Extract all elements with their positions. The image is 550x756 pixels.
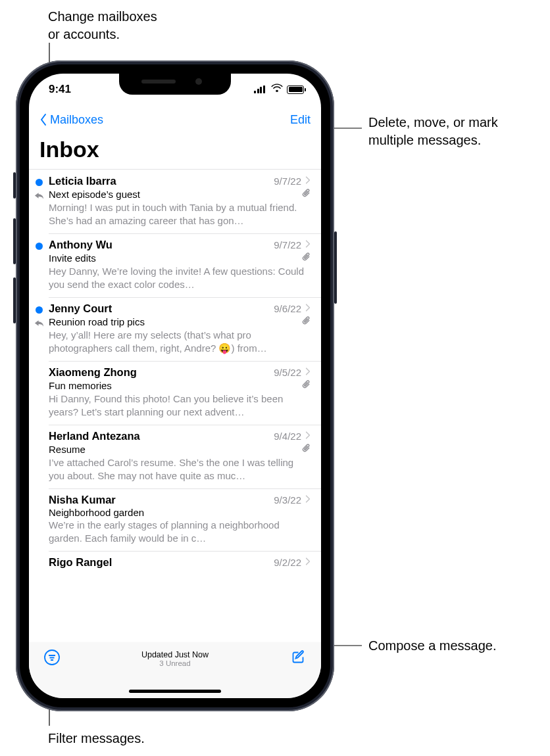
mail-item[interactable]: Xiaomeng Zhong9/5/22Fun memoriesHi Danny…: [29, 361, 321, 425]
sender-name: Herland Antezana: [49, 430, 140, 442]
paperclip-icon: [302, 443, 311, 456]
paperclip-icon: [302, 252, 311, 264]
toolbar-status: Updated Just Now 3 Unread: [141, 650, 209, 667]
bottom-toolbar: Updated Just Now 3 Unread: [29, 642, 321, 698]
unread-dot-icon: [36, 243, 43, 250]
chevron-right-icon: [305, 494, 311, 506]
sender-name: Jenny Court: [49, 302, 112, 315]
mail-date: 9/6/22: [274, 303, 301, 314]
mail-item[interactable]: Rigo Rangel9/2/22: [29, 551, 321, 575]
mail-preview: Hey, y’all! Here are my selects (that’s …: [49, 329, 311, 354]
status-time: 9:41: [49, 83, 71, 96]
sender-name: Nisha Kumar: [49, 494, 116, 506]
paperclip-icon: [302, 316, 311, 328]
paperclip-icon: [302, 379, 311, 392]
mail-date: 9/5/22: [274, 367, 301, 378]
paperclip-icon: [302, 188, 311, 201]
mail-preview: Hi Danny, Found this photo! Can you beli…: [49, 392, 311, 418]
mail-subject: Next episode’s guest: [49, 189, 140, 200]
compose-icon: [289, 649, 307, 666]
callout-compose: Compose a message.: [368, 637, 497, 655]
sender-name: Anthony Wu: [49, 239, 113, 251]
mail-item[interactable]: Jenny Court9/6/22Reunion road trip picsH…: [29, 297, 321, 361]
screen: 9:41 Mailboxes Edit Inbox Leticia Ibarra…: [29, 74, 321, 698]
unread-dot-icon: [36, 179, 43, 186]
filter-button[interactable]: [43, 649, 61, 669]
mail-subject: Invite edits: [49, 252, 96, 264]
chevron-right-icon: [305, 367, 311, 379]
sender-name: Rigo Rangel: [49, 556, 112, 569]
mail-date: 9/7/22: [274, 239, 301, 250]
page-title: Inbox: [29, 134, 321, 169]
callout-filter: Filter messages.: [48, 730, 145, 747]
mail-subject: Resume: [49, 444, 86, 455]
mail-item[interactable]: Leticia Ibarra9/7/22Next episode’s guest…: [29, 170, 321, 233]
chevron-right-icon: [305, 303, 311, 315]
chevron-right-icon: [305, 239, 311, 251]
phone-frame: 9:41 Mailboxes Edit Inbox Leticia Ibarra…: [16, 60, 334, 711]
mail-subject: Neighborhood garden: [49, 507, 144, 518]
compose-button[interactable]: [289, 649, 307, 669]
mail-preview: Morning! I was put in touch with Tania b…: [49, 201, 311, 227]
nav-bar: Mailboxes Edit: [29, 105, 321, 134]
back-label: Mailboxes: [50, 113, 103, 127]
cellular-icon: [254, 85, 267, 93]
filter-icon: [43, 649, 61, 666]
mail-date: 9/7/22: [274, 176, 301, 187]
sender-name: Xiaomeng Zhong: [49, 366, 137, 379]
mail-item[interactable]: Anthony Wu9/7/22Invite editsHey Danny, W…: [29, 233, 321, 297]
mail-subject: Fun memories: [49, 380, 112, 391]
mail-date: 9/3/22: [274, 494, 301, 506]
callout-mailboxes: Change mailboxes or accounts.: [48, 8, 157, 43]
edit-button[interactable]: Edit: [290, 113, 311, 127]
status-icons: [254, 83, 304, 96]
chevron-left-icon: [39, 113, 47, 126]
mail-date: 9/2/22: [274, 557, 301, 568]
replied-icon: [34, 318, 44, 330]
callout-edit: Delete, move, or mark multiple messages.: [368, 114, 498, 149]
unread-count: 3 Unread: [141, 659, 209, 667]
mail-subject: Reunion road trip pics: [49, 316, 145, 327]
mail-item[interactable]: Herland Antezana9/4/22ResumeI’ve attache…: [29, 425, 321, 488]
mail-preview: Hey Danny, We’re loving the invite! A fe…: [49, 265, 311, 291]
sender-name: Leticia Ibarra: [49, 175, 116, 187]
chevron-right-icon: [305, 431, 311, 442]
mail-preview: We’re in the early stages of planning a …: [49, 519, 311, 544]
chevron-right-icon: [305, 557, 311, 569]
mail-date: 9/4/22: [274, 431, 301, 442]
mail-item[interactable]: Nisha Kumar9/3/22Neighborhood gardenWe’r…: [29, 488, 321, 551]
unread-dot-icon: [36, 306, 43, 314]
battery-icon: [287, 85, 304, 94]
mail-list: Leticia Ibarra9/7/22Next episode’s guest…: [29, 170, 321, 575]
notch: [119, 74, 231, 95]
replied-icon: [34, 191, 44, 202]
mail-preview: I’ve attached Carol’s resume. She’s the …: [49, 456, 311, 482]
back-mailboxes-button[interactable]: Mailboxes: [39, 113, 103, 127]
updated-label: Updated Just Now: [141, 650, 209, 659]
wifi-icon: [271, 83, 283, 96]
chevron-right-icon: [305, 176, 311, 187]
